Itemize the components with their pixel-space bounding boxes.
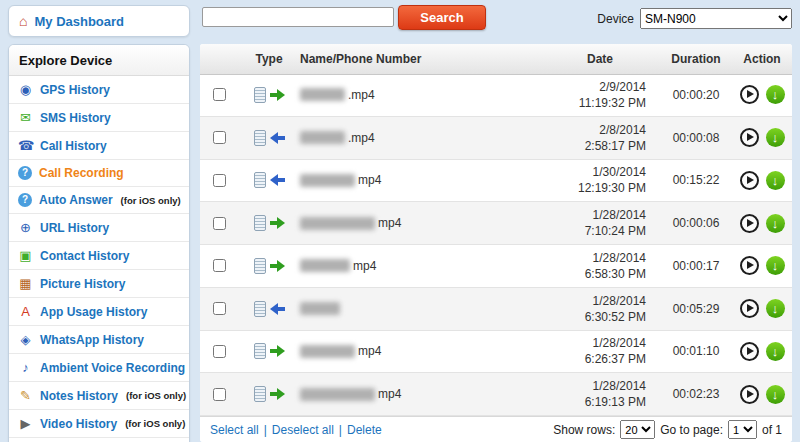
table-row: mp4 1/28/2014 7:10:24 PM 00:00:06 ↓ [200,202,792,245]
sidebar-item[interactable]: ◉ GPS History [9,76,189,104]
name-cell: mp4 [300,173,540,187]
action-cell: ↓ [732,171,792,190]
sidebar-item[interactable]: ♫ Voice Memos (for iOS only) [9,438,189,442]
sidebar-item[interactable]: ☎ Call History [9,132,189,160]
download-button[interactable]: ↓ [766,342,785,361]
download-button[interactable]: ↓ [766,85,785,104]
duration-cell: 00:00:08 [660,131,732,145]
download-button[interactable]: ↓ [766,256,785,275]
file-name-text: .mp4 [348,88,375,102]
recording-file-icon [254,343,266,359]
sidebar-item-label: URL History [40,221,109,235]
sidebar-item[interactable]: ▦ Picture History [9,270,189,298]
file-name-text: mp4 [378,387,401,401]
row-checkbox[interactable] [213,131,226,144]
date-cell: 1/28/2014 6:26:37 PM [540,335,660,367]
sidebar-item-icon: ✎ [18,388,33,403]
header-date: Date [540,52,660,66]
type-cell [238,258,300,274]
sidebar-item-icon: ? [18,166,32,180]
sidebar-item-icon: ☎ [18,138,33,153]
sidebar-item-label: Picture History [40,277,125,291]
sidebar-item-label: Auto Answer [39,193,113,207]
separator: | [339,423,342,437]
download-button[interactable]: ↓ [766,214,785,233]
direction-icon [270,388,285,400]
header-action: Action [732,52,792,66]
row-checkbox[interactable] [213,174,226,187]
row-checkbox[interactable] [213,345,226,358]
action-cell: ↓ [732,299,792,318]
page-select[interactable]: 1 [728,420,757,439]
play-button[interactable] [740,171,759,190]
time-text: 6:30:52 PM [585,309,646,325]
sidebar-item[interactable]: ▶ Video History (for iOS only) [9,410,189,438]
delete-link[interactable]: Delete [347,423,382,437]
download-button[interactable]: ↓ [766,128,785,147]
device-select[interactable]: SM-N900 [640,8,792,29]
deselect-all-link[interactable]: Deselect all [272,423,334,437]
my-dashboard-link[interactable]: My Dashboard [34,14,124,29]
sidebar-item[interactable]: A App Usage History [9,298,189,326]
table-footer: Select all | Deselect all | Delete Show … [200,416,792,442]
type-cell [238,386,300,402]
date-text: 1/28/2014 [593,335,646,351]
action-cell: ↓ [732,385,792,404]
download-button[interactable]: ↓ [766,385,785,404]
sidebar-item[interactable]: ⊕ URL History [9,214,189,242]
redacted-name [300,131,345,144]
download-button[interactable]: ↓ [766,299,785,318]
play-button[interactable] [740,299,759,318]
row-checkbox[interactable] [213,259,226,272]
row-checkbox[interactable] [213,388,226,401]
play-button[interactable] [740,85,759,104]
separator: | [264,423,267,437]
sidebar-item-icon: ▦ [18,276,33,291]
my-dashboard[interactable]: ⌂ My Dashboard [8,5,190,37]
play-button[interactable] [740,342,759,361]
table-body: .mp4 2/9/2014 11:19:32 PM 00:00:20 ↓ .mp… [200,74,792,416]
show-rows-select[interactable]: 20 [620,420,655,439]
play-button[interactable] [740,128,759,147]
sidebar-item[interactable]: ? Auto Answer (for iOS only) [9,187,189,214]
sidebar-item-label: WhatsApp History [40,333,144,347]
type-cell [238,215,300,231]
sidebar-item[interactable]: ? Call Recording [9,160,189,187]
recording-file-icon [254,172,266,188]
header-name-phone: Name/Phone Number [300,52,540,66]
redacted-name [300,259,350,272]
recording-file-icon [254,301,266,317]
row-checkbox[interactable] [213,217,226,230]
sidebar-item[interactable]: ✎ Notes History (for iOS only) [9,382,189,410]
type-cell [238,301,300,317]
direction-icon [270,260,285,272]
date-text: 2/9/2014 [599,79,646,95]
sidebar-item[interactable]: ▣ Contact History [9,242,189,270]
row-checkbox[interactable] [213,88,226,101]
name-cell: mp4 [300,387,540,401]
search-button[interactable]: Search [398,5,486,30]
sidebar-item[interactable]: ◈ WhatsApp History [9,326,189,354]
action-cell: ↓ [732,214,792,233]
date-text: 2/8/2014 [599,122,646,138]
play-button[interactable] [740,256,759,275]
search-input[interactable] [202,7,394,27]
sidebar-item-icon: ◉ [18,82,33,97]
duration-cell: 00:05:29 [660,302,732,316]
select-all-link[interactable]: Select all [210,423,259,437]
sidebar-item[interactable]: ✉ SMS History [9,104,189,132]
date-cell: 1/28/2014 6:58:30 PM [540,250,660,282]
type-cell [238,343,300,359]
download-button[interactable]: ↓ [766,171,785,190]
date-text: 1/28/2014 [593,250,646,266]
redacted-name [300,302,340,315]
play-button[interactable] [740,214,759,233]
action-cell: ↓ [732,342,792,361]
checkbox-cell [200,131,238,144]
play-button[interactable] [740,385,759,404]
table-row: mp4 1/30/2014 12:19:30 PM 00:15:22 ↓ [200,160,792,203]
time-text: 2:58:17 PM [585,138,646,154]
sidebar-item[interactable]: ♪ Ambient Voice Recording [9,354,189,382]
sidebar-item-label: GPS History [40,83,110,97]
row-checkbox[interactable] [213,302,226,315]
